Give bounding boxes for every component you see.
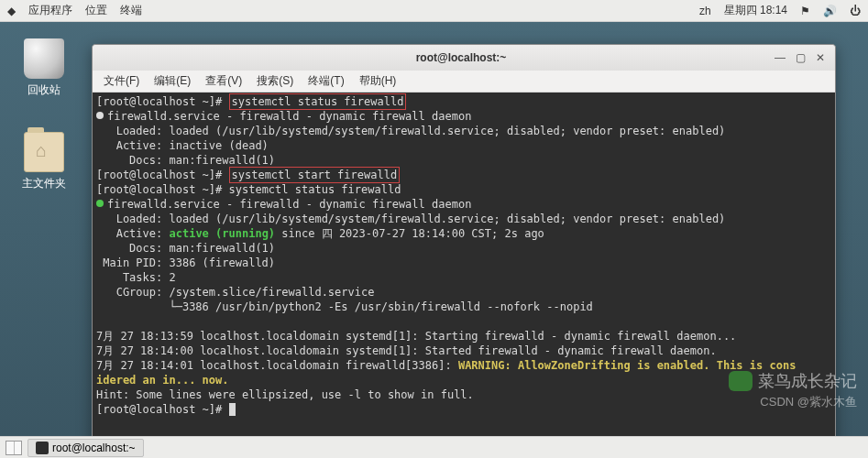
maximize-button[interactable]: ▢ bbox=[791, 49, 809, 66]
window-title: root@localhost:~ bbox=[153, 51, 769, 64]
trash-label: 回收站 bbox=[16, 82, 71, 98]
menu-file[interactable]: 文件(F) bbox=[98, 71, 145, 91]
cursor bbox=[229, 403, 236, 416]
bottom-panel: root@localhost:~ bbox=[0, 436, 868, 458]
menu-applications[interactable]: 应用程序 bbox=[28, 3, 72, 18]
menubar: 文件(F) 编辑(E) 查看(V) 搜索(S) 终端(T) 帮助(H) bbox=[93, 71, 835, 93]
home-folder-icon[interactable]: 主文件夹 bbox=[16, 132, 71, 191]
status-dot-active-icon bbox=[96, 200, 104, 207]
titlebar[interactable]: root@localhost:~ — ▢ ✕ bbox=[93, 45, 835, 71]
volume-icon[interactable]: 🔊 bbox=[823, 5, 837, 17]
home-label: 主文件夹 bbox=[16, 176, 71, 191]
power-icon[interactable]: ⏻ bbox=[850, 5, 861, 17]
trash-icon[interactable]: 回收站 bbox=[16, 38, 71, 98]
input-method[interactable]: zh bbox=[699, 5, 711, 17]
watermark: 菜鸟成长杂记 CSDN @紫水木鱼 bbox=[729, 370, 857, 410]
activities-icon[interactable]: ◆ bbox=[7, 5, 16, 17]
menu-terminal[interactable]: 终端 bbox=[120, 3, 142, 18]
top-panel: ◆ 应用程序 位置 终端 zh 星期四 18:14 ⚑ 🔊 ⏻ bbox=[0, 0, 868, 22]
workspace-switcher[interactable] bbox=[5, 441, 22, 455]
minimize-button[interactable]: — bbox=[771, 49, 789, 66]
menu-view[interactable]: 查看(V) bbox=[200, 71, 247, 91]
clock[interactable]: 星期四 18:14 bbox=[724, 3, 787, 18]
terminal-body[interactable]: [root@localhost ~]# systemctl status fir… bbox=[93, 93, 835, 452]
active-status: active (running) bbox=[169, 227, 275, 240]
menu-help[interactable]: 帮助(H) bbox=[354, 71, 402, 91]
cmd-highlight: systemctl start firewalld bbox=[229, 167, 401, 183]
wechat-icon bbox=[729, 371, 753, 391]
menu-terminal-tab[interactable]: 终端(T) bbox=[302, 71, 349, 91]
cmd-highlight: systemctl status firewalld bbox=[229, 93, 407, 110]
menu-places[interactable]: 位置 bbox=[85, 3, 107, 18]
taskbar-label: root@localhost:~ bbox=[52, 442, 136, 454]
terminal-window: root@localhost:~ — ▢ ✕ 文件(F) 编辑(E) 查看(V)… bbox=[92, 44, 836, 453]
status-dot-inactive-icon bbox=[96, 112, 104, 119]
menu-edit[interactable]: 编辑(E) bbox=[148, 71, 196, 91]
menu-search[interactable]: 搜索(S) bbox=[251, 71, 299, 91]
close-button[interactable]: ✕ bbox=[811, 49, 830, 66]
taskbar-terminal[interactable]: root@localhost:~ bbox=[27, 439, 144, 457]
terminal-icon bbox=[36, 442, 49, 454]
network-icon[interactable]: ⚑ bbox=[800, 5, 810, 17]
desktop: 回收站 主文件夹 root@localhost:~ — ▢ ✕ 文件(F) 编辑… bbox=[0, 22, 868, 436]
